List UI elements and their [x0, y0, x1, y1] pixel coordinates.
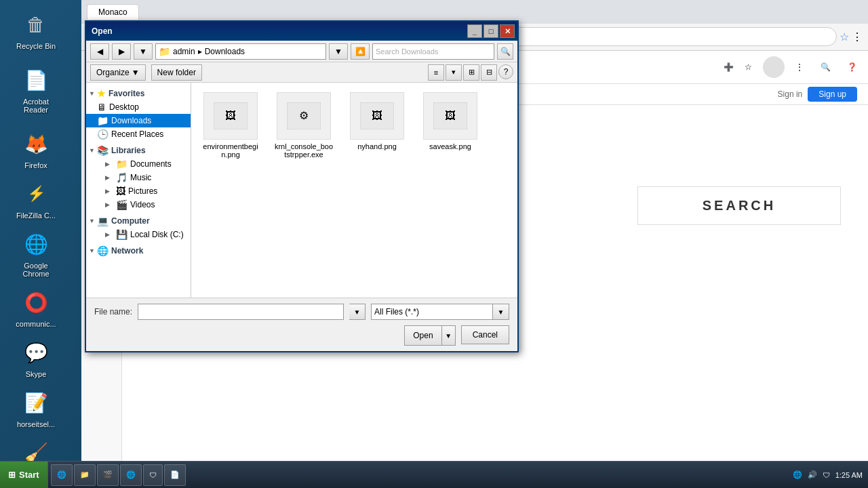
- desktop-icon-acrobat[interactable]: 📄 AcrobatReader: [5, 61, 66, 117]
- filename-label: File name:: [94, 307, 132, 317]
- address-folder: Downloads: [205, 47, 245, 56]
- taskbar-file2[interactable]: 📄: [164, 464, 186, 486]
- vt-star-icon[interactable]: ☆: [745, 62, 752, 72]
- menu-icon[interactable]: ⋮: [852, 30, 863, 43]
- open-btn[interactable]: Open: [405, 326, 441, 345]
- bookmark-icon[interactable]: ☆: [840, 30, 849, 43]
- file-name-0: environmentbegin.png: [201, 142, 260, 159]
- png-thumbnail-3: 🖼: [433, 102, 467, 129]
- dialog-address-toolbar: ◀ ▶ ▼ 📁 admin ▸ Downloads ▼ 🔼 Search Dow…: [86, 41, 517, 62]
- taskbar-right: 🌐 🔊 🛡 1:25 AM: [787, 470, 868, 479]
- view-detail-btn[interactable]: ▾: [446, 64, 462, 81]
- desktop-folder-icon: 🖥: [97, 102, 106, 113]
- address-user: admin: [173, 47, 195, 56]
- nav-local-disk[interactable]: ▶ 💾 Local Disk (C:): [86, 228, 191, 241]
- help-btn[interactable]: ?: [498, 64, 513, 79]
- file-item-0[interactable]: 🖼 environmentbegin.png: [197, 88, 264, 163]
- desktop-icon-skype[interactable]: 💬 Skype: [5, 333, 66, 381]
- network-label: Network: [111, 246, 143, 256]
- nav-libraries-header[interactable]: ▼ 📚 Libraries: [86, 144, 191, 157]
- file-name-2: nyhand.png: [357, 142, 397, 150]
- new-folder-label: New folder: [157, 68, 196, 77]
- cancel-btn[interactable]: Cancel: [461, 325, 509, 344]
- taskbar-shield[interactable]: 🛡: [143, 464, 163, 486]
- desktop-icon-opera[interactable]: ⭕ communic...: [5, 283, 66, 331]
- recent-places-icon: 🕒: [97, 129, 108, 140]
- local-disk-label: Local Disk (C:): [130, 230, 184, 239]
- nav-pictures[interactable]: ▶ 🖼 Pictures: [86, 184, 191, 198]
- view-tiles-btn[interactable]: ⊞: [463, 64, 479, 81]
- firefox-icon: 🦊: [20, 127, 52, 160]
- vt-signup-btn[interactable]: Sign up: [808, 87, 857, 102]
- computer-label: Computer: [111, 216, 150, 226]
- filename-dropdown[interactable]: ▼: [349, 304, 366, 320]
- sys-tray-network: 🌐: [793, 470, 802, 479]
- desktop-icon-chrome[interactable]: 🌐 GoogleChrome: [5, 225, 66, 281]
- up-btn[interactable]: 🔼: [351, 43, 370, 60]
- desktop-icon-firefox[interactable]: 🦊 Firefox: [5, 125, 66, 172]
- open-btn-arrow[interactable]: ▼: [441, 326, 455, 345]
- vt-help-icon[interactable]: ❓: [847, 62, 857, 72]
- windows-logo: ⊞: [8, 470, 16, 480]
- back-nav-btn[interactable]: ◀: [90, 43, 109, 60]
- desktop-icon-recycle-bin[interactable]: 🗑 Recycle Bin: [5, 5, 66, 53]
- computer-expand-icon: ▼: [89, 218, 97, 224]
- start-label: Start: [19, 470, 39, 480]
- nav-documents[interactable]: ▶ 📁 Documents: [86, 157, 191, 171]
- dialog-title: Open: [92, 26, 113, 36]
- favorites-label: Favorites: [108, 89, 144, 98]
- address-go-btn[interactable]: ▼: [329, 43, 348, 60]
- vt-plus-icon[interactable]: ➕: [724, 62, 734, 72]
- browser-tab-active[interactable]: Monaco: [87, 4, 139, 20]
- nav-computer-header[interactable]: ▼ 💻 Computer: [86, 214, 191, 228]
- png-thumbnail-0: 🖼: [214, 102, 248, 129]
- recent-nav-btn[interactable]: ▼: [134, 43, 153, 60]
- new-folder-btn[interactable]: New folder: [151, 64, 202, 81]
- filetype-select[interactable]: All Files (*.*): [371, 304, 493, 320]
- nav-desktop[interactable]: 🖥 Desktop: [86, 100, 191, 114]
- minimize-btn[interactable]: _: [467, 24, 482, 38]
- taskbar-media[interactable]: 🎬: [97, 464, 119, 486]
- taskbar: ⊞ Start 🌐 📁 🎬 🌐 🛡 📄 🌐 �: [0, 461, 868, 488]
- vt-more-icon[interactable]: ⋮: [795, 62, 804, 72]
- file-item-1[interactable]: ⚙ krnl_console_bootstrpper.exe: [270, 88, 338, 163]
- docs-expand-icon: ▶: [105, 161, 113, 167]
- vt-user-icon[interactable]: [763, 56, 785, 78]
- desktop-label: Desktop: [109, 102, 139, 112]
- filetype-dropdown[interactable]: ▼: [493, 304, 509, 320]
- organize-btn[interactable]: Organize ▼: [90, 64, 146, 81]
- maximize-btn[interactable]: □: [484, 24, 498, 38]
- nav-music[interactable]: ▶ 🎵 Music: [86, 171, 191, 184]
- dialog-organize-toolbar: Organize ▼ New folder ≡ ▾ ⊞ ⊟ ?: [86, 62, 517, 83]
- videos-folder-icon: 🎬: [116, 199, 127, 210]
- svg-text:⚙: ⚙: [299, 110, 309, 121]
- search-icon-btn[interactable]: 🔍: [497, 43, 513, 60]
- start-button[interactable]: ⊞ Start: [0, 462, 48, 489]
- recycle-bin-icon: 🗑: [20, 8, 52, 41]
- dialog-search-bar[interactable]: Search Downloads: [372, 43, 494, 60]
- file-item-3[interactable]: 🖼 saveask.png: [416, 88, 484, 163]
- desktop-icon-word[interactable]: 📝 horseitsel...: [5, 384, 66, 431]
- dialog-address-bar[interactable]: 📁 admin ▸ Downloads: [155, 43, 326, 60]
- nav-downloads[interactable]: 📁 Downloads: [86, 114, 191, 127]
- file-item-2[interactable]: 🖼 nyhand.png: [343, 88, 411, 163]
- view-list-btn[interactable]: ≡: [428, 64, 444, 81]
- taskbar-folder[interactable]: 📁: [74, 464, 96, 486]
- nav-network-header[interactable]: ▼ 🌐 Network: [86, 244, 191, 258]
- nav-recent-places[interactable]: 🕒 Recent Places: [86, 127, 191, 141]
- desktop-icon-filezilla[interactable]: ⚡ FileZilla C...: [5, 175, 66, 222]
- taskbar-chrome-item[interactable]: 🌐: [120, 464, 142, 486]
- filename-input[interactable]: [138, 304, 344, 320]
- nav-favorites-header[interactable]: ▼ ★ Favorites: [86, 87, 191, 100]
- view-large-icon-btn[interactable]: ⊟: [481, 64, 497, 81]
- vt-signin-link[interactable]: Sign in: [778, 89, 803, 99]
- forward-nav-btn[interactable]: ▶: [112, 43, 131, 60]
- file-thumb-0: 🖼: [203, 92, 258, 140]
- downloads-label: Downloads: [111, 116, 151, 125]
- nav-videos[interactable]: ▶ 🎬 Videos: [86, 198, 191, 211]
- taskbar-ie[interactable]: 🌐: [51, 464, 73, 486]
- close-btn[interactable]: ✕: [500, 24, 515, 38]
- vt-search-icon[interactable]: 🔍: [814, 56, 836, 78]
- skype-icon: 💬: [20, 336, 52, 369]
- chrome-icon: 🌐: [20, 228, 52, 260]
